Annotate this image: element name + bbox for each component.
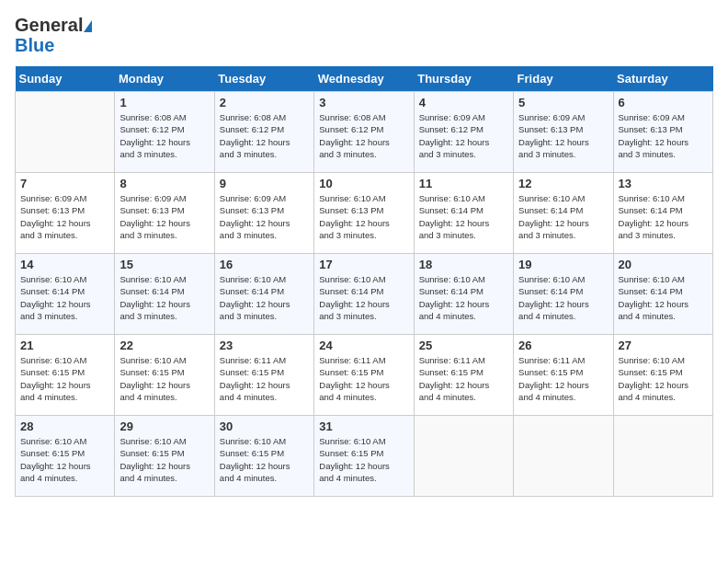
cell-info: Sunrise: 6:10 AM Sunset: 6:14 PM Dayligh… [20,273,109,322]
cell-info: Sunrise: 6:10 AM Sunset: 6:15 PM Dayligh… [20,435,109,484]
day-number: 13 [619,177,708,190]
cell-info: Sunrise: 6:10 AM Sunset: 6:13 PM Dayligh… [319,192,408,241]
calendar-week-5: 28Sunrise: 6:10 AM Sunset: 6:15 PM Dayli… [16,416,713,497]
calendar-cell: 11Sunrise: 6:10 AM Sunset: 6:14 PM Dayli… [414,173,513,254]
calendar-cell: 23Sunrise: 6:11 AM Sunset: 6:15 PM Dayli… [214,335,313,416]
calendar-cell: 21Sunrise: 6:10 AM Sunset: 6:15 PM Dayli… [16,335,115,416]
calendar-cell: 18Sunrise: 6:10 AM Sunset: 6:14 PM Dayli… [414,254,513,335]
cell-info: Sunrise: 6:10 AM Sunset: 6:15 PM Dayligh… [619,354,708,403]
cell-info: Sunrise: 6:10 AM Sunset: 6:14 PM Dayligh… [518,192,608,241]
day-number: 31 [319,419,408,433]
calendar-cell: 28Sunrise: 6:10 AM Sunset: 6:15 PM Dayli… [16,416,115,497]
cell-info: Sunrise: 6:10 AM Sunset: 6:14 PM Dayligh… [419,273,508,322]
cell-info: Sunrise: 6:10 AM Sunset: 6:14 PM Dayligh… [518,273,608,322]
calendar-cell: 19Sunrise: 6:10 AM Sunset: 6:14 PM Dayli… [514,254,613,335]
day-number: 21 [20,339,109,352]
cell-info: Sunrise: 6:11 AM Sunset: 6:15 PM Dayligh… [518,354,608,403]
cell-info: Sunrise: 6:10 AM Sunset: 6:14 PM Dayligh… [619,273,708,322]
calendar-cell: 4Sunrise: 6:09 AM Sunset: 6:12 PM Daylig… [414,92,513,173]
weekday-header-sunday: Sunday [16,66,115,92]
cell-info: Sunrise: 6:11 AM Sunset: 6:15 PM Dayligh… [220,354,309,403]
day-number: 26 [518,339,608,352]
calendar-cell [16,92,115,173]
calendar-cell: 17Sunrise: 6:10 AM Sunset: 6:14 PM Dayli… [314,254,414,335]
cell-info: Sunrise: 6:09 AM Sunset: 6:13 PM Dayligh… [20,192,109,241]
calendar-cell [414,416,513,497]
calendar-cell: 15Sunrise: 6:10 AM Sunset: 6:14 PM Dayli… [115,254,214,335]
cell-info: Sunrise: 6:08 AM Sunset: 6:12 PM Dayligh… [119,111,209,160]
day-number: 9 [220,177,309,190]
weekday-header-tuesday: Tuesday [214,66,313,92]
logo: General Blue [15,15,92,55]
calendar-cell: 16Sunrise: 6:10 AM Sunset: 6:14 PM Dayli… [214,254,313,335]
day-number: 29 [119,419,209,433]
calendar-cell: 30Sunrise: 6:10 AM Sunset: 6:15 PM Dayli… [214,416,313,497]
cell-info: Sunrise: 6:10 AM Sunset: 6:14 PM Dayligh… [119,273,209,322]
calendar-cell [514,416,613,497]
cell-info: Sunrise: 6:10 AM Sunset: 6:15 PM Dayligh… [119,354,209,403]
day-number: 16 [220,258,309,271]
calendar-cell: 20Sunrise: 6:10 AM Sunset: 6:14 PM Dayli… [613,254,712,335]
day-number: 15 [119,258,209,271]
day-number: 1 [119,96,209,109]
day-number: 17 [319,258,408,271]
day-number: 14 [20,258,109,271]
day-number: 22 [119,339,209,352]
cell-info: Sunrise: 6:09 AM Sunset: 6:13 PM Dayligh… [119,192,209,241]
calendar-cell: 10Sunrise: 6:10 AM Sunset: 6:13 PM Dayli… [314,173,414,254]
calendar-cell: 13Sunrise: 6:10 AM Sunset: 6:14 PM Dayli… [613,173,712,254]
weekday-header-thursday: Thursday [414,66,513,92]
logo-blue-text: Blue [15,35,54,55]
day-number: 8 [119,177,209,190]
day-number: 25 [419,339,508,352]
day-number: 23 [220,339,309,352]
calendar-cell: 8Sunrise: 6:09 AM Sunset: 6:13 PM Daylig… [115,173,214,254]
calendar-cell: 29Sunrise: 6:10 AM Sunset: 6:15 PM Dayli… [115,416,214,497]
calendar-cell: 25Sunrise: 6:11 AM Sunset: 6:15 PM Dayli… [414,335,513,416]
calendar-cell: 7Sunrise: 6:09 AM Sunset: 6:13 PM Daylig… [16,173,115,254]
cell-info: Sunrise: 6:09 AM Sunset: 6:13 PM Dayligh… [619,111,708,160]
day-number: 10 [319,177,408,190]
calendar-week-3: 14Sunrise: 6:10 AM Sunset: 6:14 PM Dayli… [16,254,713,335]
calendar-week-1: 1Sunrise: 6:08 AM Sunset: 6:12 PM Daylig… [16,92,713,173]
calendar-cell: 14Sunrise: 6:10 AM Sunset: 6:14 PM Dayli… [16,254,115,335]
calendar-week-2: 7Sunrise: 6:09 AM Sunset: 6:13 PM Daylig… [16,173,713,254]
day-number: 24 [319,339,408,352]
weekday-header-row: SundayMondayTuesdayWednesdayThursdayFrid… [16,66,713,92]
day-number: 5 [518,96,608,109]
calendar-cell: 2Sunrise: 6:08 AM Sunset: 6:12 PM Daylig… [214,92,313,173]
weekday-header-monday: Monday [115,66,214,92]
day-number: 18 [419,258,508,271]
logo-text: General [15,15,92,35]
cell-info: Sunrise: 6:10 AM Sunset: 6:15 PM Dayligh… [220,435,309,484]
day-number: 6 [619,96,708,109]
cell-info: Sunrise: 6:08 AM Sunset: 6:12 PM Dayligh… [220,111,309,160]
day-number: 12 [518,177,608,190]
calendar-cell: 31Sunrise: 6:10 AM Sunset: 6:15 PM Dayli… [314,416,414,497]
cell-info: Sunrise: 6:10 AM Sunset: 6:15 PM Dayligh… [20,354,109,403]
calendar-cell [613,416,712,497]
calendar-cell: 5Sunrise: 6:09 AM Sunset: 6:13 PM Daylig… [514,92,613,173]
calendar-cell: 9Sunrise: 6:09 AM Sunset: 6:13 PM Daylig… [214,173,313,254]
cell-info: Sunrise: 6:08 AM Sunset: 6:12 PM Dayligh… [319,111,408,160]
day-number: 11 [419,177,508,190]
cell-info: Sunrise: 6:10 AM Sunset: 6:14 PM Dayligh… [619,192,708,241]
day-number: 30 [220,419,309,433]
calendar-cell: 22Sunrise: 6:10 AM Sunset: 6:15 PM Dayli… [115,335,214,416]
calendar-cell: 1Sunrise: 6:08 AM Sunset: 6:12 PM Daylig… [115,92,214,173]
cell-info: Sunrise: 6:11 AM Sunset: 6:15 PM Dayligh… [319,354,408,403]
cell-info: Sunrise: 6:11 AM Sunset: 6:15 PM Dayligh… [419,354,508,403]
day-number: 2 [220,96,309,109]
calendar-cell: 27Sunrise: 6:10 AM Sunset: 6:15 PM Dayli… [613,335,712,416]
day-number: 3 [319,96,408,109]
cell-info: Sunrise: 6:10 AM Sunset: 6:15 PM Dayligh… [319,435,408,484]
cell-info: Sunrise: 6:09 AM Sunset: 6:13 PM Dayligh… [220,192,309,241]
calendar-cell: 24Sunrise: 6:11 AM Sunset: 6:15 PM Dayli… [314,335,414,416]
page-header: General Blue [15,15,713,55]
cell-info: Sunrise: 6:09 AM Sunset: 6:13 PM Dayligh… [518,111,608,160]
calendar-cell: 3Sunrise: 6:08 AM Sunset: 6:12 PM Daylig… [314,92,414,173]
calendar-week-4: 21Sunrise: 6:10 AM Sunset: 6:15 PM Dayli… [16,335,713,416]
calendar-cell: 12Sunrise: 6:10 AM Sunset: 6:14 PM Dayli… [514,173,613,254]
day-number: 27 [619,339,708,352]
weekday-header-wednesday: Wednesday [314,66,414,92]
